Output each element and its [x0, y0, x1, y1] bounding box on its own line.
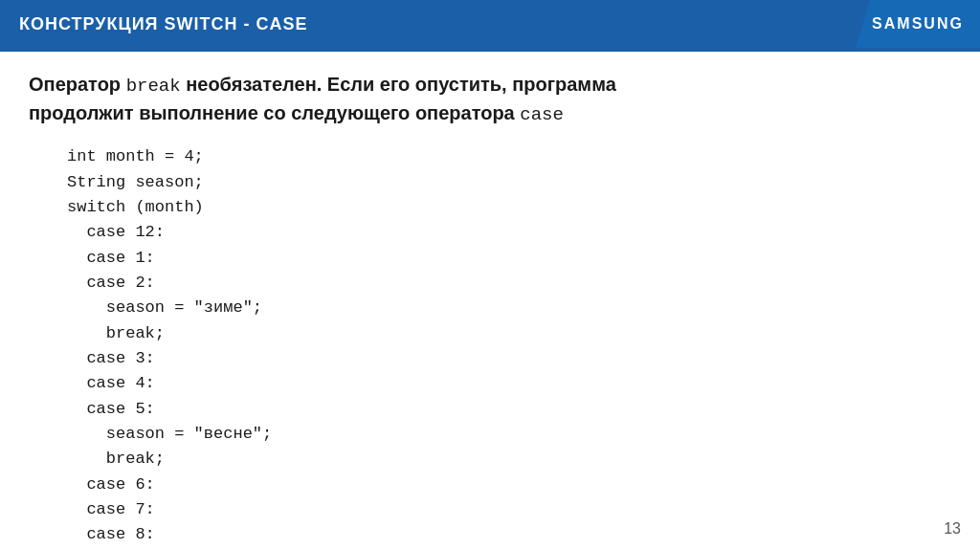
- desc-text-before-code1: Оператор: [29, 74, 126, 95]
- code-line-11: case 5:: [67, 397, 951, 422]
- code-line-16: case 8:: [67, 522, 951, 547]
- code-line-8: break;: [67, 321, 951, 346]
- samsung-logo-area: SAMSUNG: [856, 0, 980, 48]
- code-line-3: switch (month): [67, 195, 951, 220]
- description-text: Оператор break необязателен. Если его оп…: [29, 71, 951, 127]
- code-line-7: season = "зиме";: [67, 296, 951, 320]
- code-line-15: case 7:: [67, 497, 951, 522]
- code-line-10: case 4:: [67, 371, 951, 396]
- code-line-12: season = "весне";: [67, 422, 951, 447]
- code-line-5: case 1:: [67, 246, 951, 271]
- samsung-logo-text: SAMSUNG: [872, 15, 964, 33]
- code-line-4: case 12:: [67, 220, 951, 245]
- code-line-6: case 2:: [67, 271, 951, 296]
- code-block: int month = 4; String season; switch (mo…: [29, 144, 951, 549]
- page-number: 13: [944, 520, 961, 538]
- code-line-1: int month = 4;: [67, 144, 951, 169]
- desc-code-case: case: [520, 104, 564, 125]
- main-content: Оператор break необязателен. Если его оп…: [0, 52, 980, 549]
- code-line-14: case 6:: [67, 472, 951, 497]
- header-title: КОНСТРУКЦИЯ SWITCH - CASE: [19, 14, 308, 34]
- code-line-13: break;: [67, 447, 951, 472]
- code-line-2: String season;: [67, 170, 951, 195]
- code-line-9: case 3:: [67, 346, 951, 371]
- desc-code-break: break: [126, 76, 181, 97]
- header-bar: КОНСТРУКЦИЯ SWITCH - CASE SAMSUNG: [0, 0, 980, 48]
